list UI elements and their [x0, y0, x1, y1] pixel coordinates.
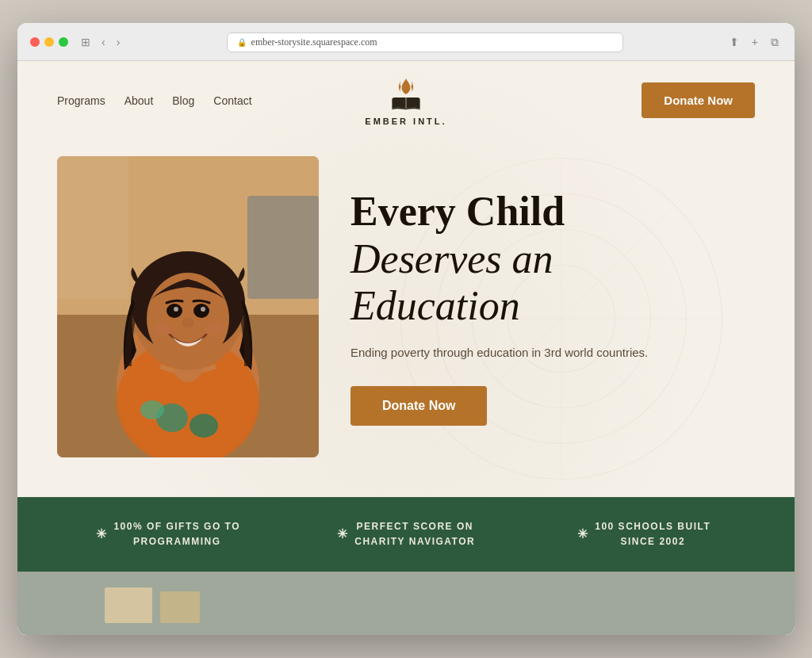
- browser-window: ⊞ ‹ › 🔒 ember-storysite.squarespace.com …: [17, 23, 795, 635]
- svg-point-11: [190, 414, 218, 438]
- stat-asterisk-1: ✳: [337, 524, 349, 545]
- address-bar[interactable]: 🔒 ember-storysite.squarespace.com: [227, 33, 623, 52]
- hero-image-container: [57, 156, 319, 457]
- nav-right: Donate Now: [523, 82, 755, 118]
- navigation: Programs About Blog Contact EMBER INTL.: [17, 61, 795, 140]
- nav-contact[interactable]: Contact: [213, 94, 251, 107]
- logo-text: EMBER INTL.: [365, 117, 446, 126]
- svg-point-22: [153, 323, 172, 335]
- hero-donate-button[interactable]: Donate Now: [350, 386, 487, 426]
- stat-text-1: PERFECT SCORE ONCHARITY NAVIGATOR: [354, 519, 475, 549]
- nav-links: Programs About Blog Contact: [57, 94, 289, 107]
- hero-title: Every Child Deserves an Education: [350, 188, 755, 330]
- stat-asterisk-2: ✳: [577, 524, 589, 545]
- forward-button[interactable]: ›: [113, 34, 124, 50]
- minimize-traffic-light[interactable]: [44, 37, 54, 47]
- website-content: Programs About Blog Contact EMBER INTL.: [17, 61, 795, 635]
- bottom-section: [17, 572, 795, 635]
- browser-chrome: ⊞ ‹ › 🔒 ember-storysite.squarespace.com …: [17, 23, 795, 61]
- svg-point-23: [204, 323, 223, 335]
- bottom-content-preview: [57, 580, 295, 627]
- back-button[interactable]: ‹: [98, 34, 109, 50]
- nav-blog[interactable]: Blog: [172, 94, 194, 107]
- fullscreen-traffic-light[interactable]: [59, 37, 68, 47]
- url-text: ember-storysite.squarespace.com: [251, 36, 377, 48]
- windows-button[interactable]: ⧉: [768, 34, 782, 51]
- traffic-lights: [30, 37, 68, 47]
- stat-item-1: ✳ PERFECT SCORE ONCHARITY NAVIGATOR: [287, 519, 525, 549]
- hero-text-content: Every Child Deserves an Education Ending…: [350, 188, 755, 426]
- stat-item-0: ✳ 100% OF GIFTS GO TOPROGRAMMING: [49, 519, 287, 549]
- stat-text-2: 100 SCHOOLS BUILTSINCE 2002: [595, 519, 710, 549]
- nav-programs[interactable]: Programs: [57, 94, 105, 107]
- hero-subtitle: Ending poverty through education in 3rd …: [350, 344, 755, 362]
- hero-title-line3: Education: [350, 283, 520, 328]
- stat-asterisk-0: ✳: [96, 524, 108, 545]
- view-menu-button[interactable]: ⊞: [78, 34, 94, 50]
- lock-icon: 🔒: [237, 38, 247, 47]
- hero-title-line1: Every Child: [350, 189, 565, 234]
- svg-rect-24: [247, 196, 319, 299]
- nav-about[interactable]: About: [124, 94, 154, 107]
- share-button[interactable]: ⬆: [726, 34, 742, 50]
- svg-rect-25: [57, 156, 128, 299]
- stat-text-0: 100% OF GIFTS GO TOPROGRAMMING: [113, 519, 240, 549]
- svg-point-21: [182, 318, 194, 327]
- browser-actions: ⬆ + ⧉: [726, 34, 782, 51]
- hero-image: [57, 156, 319, 457]
- svg-point-20: [201, 307, 205, 312]
- stat-item-2: ✳ 100 SCHOOLS BUILTSINCE 2002: [525, 519, 763, 549]
- stats-bar: ✳ 100% OF GIFTS GO TOPROGRAMMING ✳ PERFE…: [17, 497, 795, 572]
- hero-title-line2: Deserves an: [350, 236, 553, 281]
- svg-rect-27: [160, 591, 200, 623]
- nav-donate-button[interactable]: Donate Now: [642, 82, 755, 118]
- ember-logo-icon: [387, 75, 425, 113]
- svg-point-19: [174, 307, 178, 312]
- add-tab-button[interactable]: +: [749, 34, 761, 50]
- hero-section: Every Child Deserves an Education Ending…: [17, 140, 795, 497]
- svg-rect-0: [405, 98, 407, 109]
- svg-rect-26: [105, 587, 152, 623]
- close-traffic-light[interactable]: [30, 37, 40, 47]
- svg-point-12: [140, 400, 164, 419]
- browser-controls: ⊞ ‹ ›: [78, 34, 123, 50]
- nav-logo[interactable]: EMBER INTL.: [289, 75, 522, 126]
